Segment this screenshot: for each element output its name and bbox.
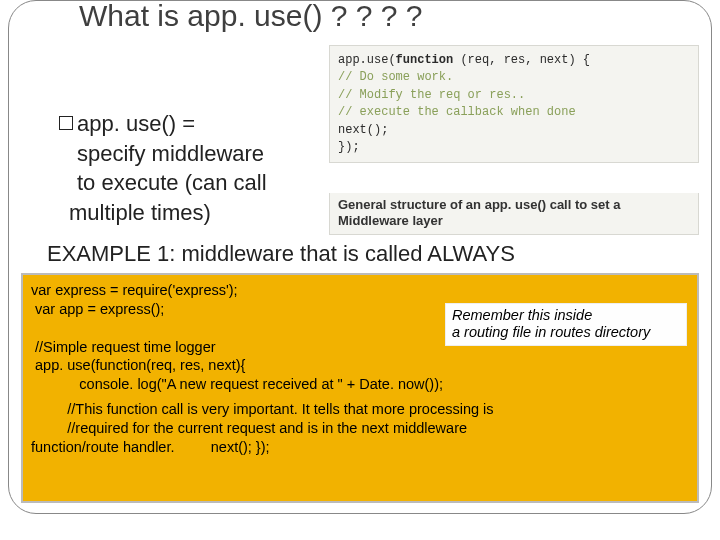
example-code-block: var express = require('express'); var ap… bbox=[21, 273, 699, 503]
code-line: //This function call is very important. … bbox=[31, 400, 689, 419]
code-line: app. use(function(req, res, next){ bbox=[31, 356, 689, 375]
square-bullet-icon bbox=[59, 116, 73, 130]
code-line: //required for the current request and i… bbox=[31, 419, 689, 438]
code-line: function/route handler. next(); }); bbox=[31, 438, 689, 457]
slide-title: What is app. use() ? ? ? ? bbox=[79, 0, 423, 33]
code-comment: // execute the callback when done bbox=[338, 104, 690, 121]
code-text: (req, res, next) { bbox=[453, 53, 590, 67]
code-text: next(); bbox=[338, 122, 690, 139]
note-line: a routing file in routes directory bbox=[452, 324, 680, 341]
code-comment: // Do some work. bbox=[338, 69, 690, 86]
bullet-line: to execute (can call bbox=[59, 168, 349, 198]
code-caption: General structure of an app. use() call … bbox=[329, 193, 699, 235]
code-comment: // Modify the req or res.. bbox=[338, 87, 690, 104]
code-line: console. log("A new request received at … bbox=[31, 375, 689, 394]
example-heading: EXAMPLE 1: middleware that is called ALW… bbox=[47, 241, 515, 267]
bullet-text: app. use() = specify middleware to execu… bbox=[59, 109, 349, 228]
code-line: var express = require('express'); bbox=[31, 281, 689, 300]
code-snippet-image: app.use(function (req, res, next) { // D… bbox=[329, 45, 699, 163]
slide-frame: What is app. use() ? ? ? ? app.use(funct… bbox=[8, 0, 712, 514]
bullet-line: app. use() = bbox=[77, 109, 195, 139]
code-text: app.use( bbox=[338, 53, 396, 67]
code-text: }); bbox=[338, 139, 690, 156]
inline-note: Remember this inside a routing file in r… bbox=[445, 303, 687, 346]
bullet-line: multiple times) bbox=[59, 198, 349, 228]
code-text: function bbox=[396, 53, 454, 67]
note-line: Remember this inside bbox=[452, 307, 680, 324]
bullet-line: specify middleware bbox=[59, 139, 349, 169]
